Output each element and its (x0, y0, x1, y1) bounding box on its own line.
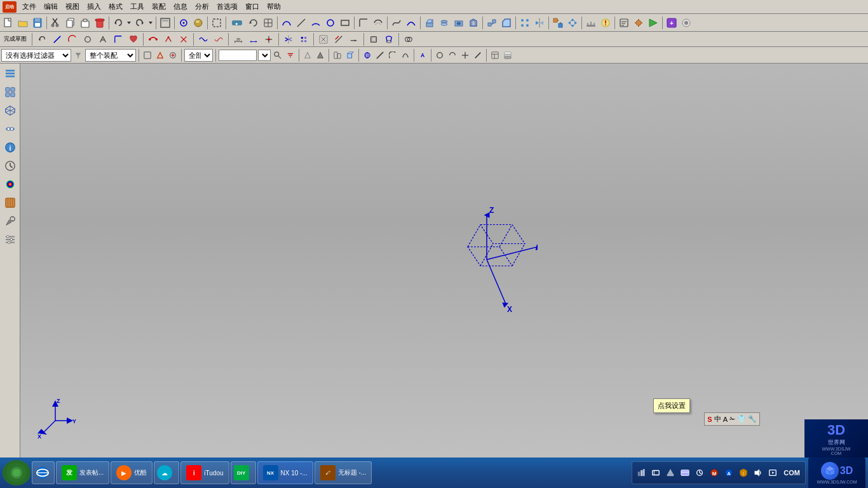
menu-assembly[interactable]: 装配 (150, 1, 168, 12)
sketch-quick[interactable] (96, 32, 110, 46)
redo-dropdown[interactable] (147, 16, 154, 30)
menu-info[interactable]: 信息 (172, 1, 189, 12)
drafting-btn[interactable] (617, 16, 631, 30)
extrude-btn[interactable] (423, 16, 437, 30)
measure-btn[interactable] (584, 16, 598, 30)
settings-sidebar-btn[interactable] (1, 231, 19, 248)
assem-constraints[interactable] (551, 16, 565, 30)
chamfer-btn[interactable] (499, 16, 513, 30)
sketch-pt3[interactable] (177, 32, 191, 46)
sel-btn1[interactable] (302, 50, 313, 61)
paste-button[interactable] (78, 16, 92, 30)
menu-tools[interactable]: 工具 (128, 1, 146, 12)
sel-icon2[interactable] (154, 50, 166, 61)
filter-dropdown[interactable]: 没有选择过滤器 (1, 49, 71, 62)
sketch-const[interactable] (262, 32, 276, 46)
fillet-tool[interactable] (356, 16, 370, 30)
post-button[interactable]: 发 发表帖... (56, 461, 109, 484)
menu-file[interactable]: 文件 (20, 1, 38, 12)
menu-format[interactable]: 格式 (107, 1, 125, 12)
sketch-pt1[interactable] (146, 32, 160, 46)
sel-arc2[interactable] (387, 50, 398, 61)
tray-icon4[interactable] (679, 466, 691, 479)
assem-move[interactable] (566, 16, 580, 30)
circle-tool[interactable] (323, 16, 337, 30)
sym-slash[interactable] (472, 50, 484, 61)
sketch-extend[interactable] (347, 32, 361, 46)
view-orient[interactable] (261, 16, 275, 30)
sel-btn2[interactable] (315, 50, 326, 61)
tray-icon2[interactable] (649, 466, 662, 479)
sketch-wave2[interactable] (212, 32, 226, 46)
offset-tool[interactable] (371, 16, 385, 30)
extra-btn1[interactable]: + (665, 16, 679, 30)
search-scope[interactable] (258, 50, 271, 61)
sketch-trim[interactable] (332, 32, 346, 46)
arc-tool[interactable] (309, 16, 323, 30)
color-btn[interactable] (1, 175, 19, 193)
copy-button[interactable] (64, 16, 78, 30)
nx-button[interactable]: NX NX 10 -... (257, 461, 313, 484)
undo-button[interactable] (111, 16, 125, 30)
sym-cross[interactable] (459, 50, 471, 61)
bezier-tool[interactable] (404, 16, 418, 30)
sel-icon3[interactable] (167, 50, 179, 61)
rect-tool[interactable] (338, 16, 352, 30)
delete-button[interactable] (93, 16, 107, 30)
assembly-nav-btn[interactable] (1, 102, 19, 119)
tray-icon5[interactable] (693, 466, 706, 479)
dim-rapid[interactable]: 20 (231, 32, 245, 46)
new-button[interactable] (1, 16, 15, 30)
menu-analysis[interactable]: 分析 (193, 1, 211, 12)
sel-bk[interactable] (400, 50, 411, 61)
history-btn[interactable] (1, 157, 19, 175)
window-button[interactable] (158, 16, 172, 30)
undo-dropdown[interactable] (126, 16, 132, 30)
search-icon[interactable] (272, 50, 283, 61)
edit-curve[interactable] (280, 16, 294, 30)
start-button[interactable] (3, 460, 31, 485)
sketch-line[interactable] (50, 32, 64, 46)
feature-btn1[interactable]: ▶ (228, 16, 246, 30)
menu-window[interactable]: 窗口 (243, 1, 261, 12)
sketch-circle[interactable] (81, 32, 95, 46)
sketch-arc[interactable] (65, 32, 79, 46)
view-scale[interactable] (332, 50, 343, 61)
scope-dropdown[interactable]: 全部 (184, 49, 213, 62)
layer-btn[interactable] (502, 50, 513, 61)
filter-settings[interactable] (72, 50, 84, 61)
undo-s[interactable] (35, 32, 49, 46)
sym-circle[interactable] (434, 50, 445, 61)
main-viewport[interactable]: Z Y X Z Y X (20, 64, 868, 458)
settings-popup[interactable]: 点我设置 (653, 398, 690, 413)
box-select[interactable] (210, 16, 224, 30)
tray-icon1[interactable] (635, 466, 648, 479)
ie-button[interactable] (32, 461, 55, 484)
constraint-nav-btn[interactable] (1, 120, 19, 138)
search-input[interactable] (219, 50, 257, 61)
part-navigator-btn[interactable] (1, 83, 19, 101)
sketch-wave[interactable] (196, 32, 210, 46)
tray-speaker[interactable] (752, 466, 764, 479)
blend-btn[interactable] (485, 16, 499, 30)
tray-icon3[interactable] (664, 466, 677, 479)
material-btn[interactable] (1, 194, 19, 212)
paint-button[interactable]: 🖊 无标题 -... (315, 461, 372, 484)
sketch-select-all[interactable] (316, 32, 330, 46)
snap-point[interactable] (177, 16, 191, 30)
sketch-mirror[interactable] (281, 32, 295, 46)
youku-button[interactable]: ▶ 优酷 (111, 461, 153, 484)
hole-btn[interactable] (452, 16, 466, 30)
sketch-pattern[interactable] (297, 32, 311, 46)
sel-cube[interactable] (344, 50, 356, 61)
sketch-fillet[interactable] (111, 32, 125, 46)
cut-button[interactable] (49, 16, 63, 30)
sketch-heart[interactable] (126, 32, 140, 46)
shell-btn[interactable] (466, 16, 480, 30)
resource-bar-btn[interactable] (1, 65, 19, 83)
kuaipan-button[interactable]: ☁ (154, 461, 179, 484)
mirror-btn[interactable] (532, 16, 546, 30)
tools-sidebar-btn[interactable] (1, 212, 19, 230)
table-btn[interactable] (489, 50, 501, 61)
tray-icon9[interactable] (766, 466, 779, 479)
